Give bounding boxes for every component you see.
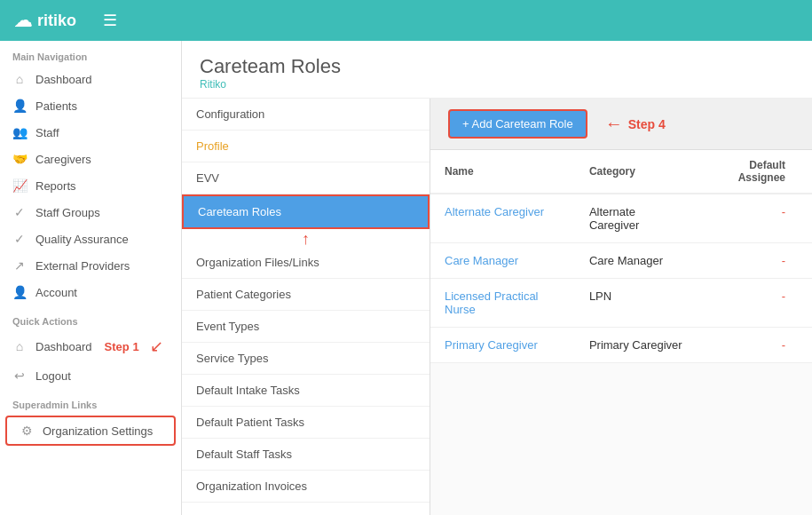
menu-item-configuration[interactable]: Configuration bbox=[182, 99, 430, 131]
role-default-assignee: - bbox=[713, 194, 812, 243]
menu-item-profile[interactable]: Profile bbox=[182, 131, 430, 162]
sidebar-item-quality-assurance[interactable]: ✓ Quality Assurance bbox=[0, 226, 181, 252]
main-layout: Main Navigation ⌂ Dashboard 👤 Patients 👥… bbox=[0, 41, 812, 515]
caregivers-icon: 🤝 bbox=[12, 152, 27, 166]
page-title: Careteam Roles bbox=[200, 55, 794, 78]
logout-icon: ↩ bbox=[12, 368, 27, 383]
step2-arrow-up: ↑ bbox=[302, 230, 310, 249]
role-default-assignee: - bbox=[713, 279, 812, 328]
role-category: LPN bbox=[575, 279, 713, 328]
step4-label: Step 4 bbox=[628, 117, 666, 131]
logo-icon: ☁ bbox=[14, 10, 32, 31]
reports-icon: 📈 bbox=[12, 178, 27, 193]
menu-item-default-staff-tasks[interactable]: Default Staff Tasks bbox=[182, 439, 430, 471]
sidebar-item-label: Quality Assurance bbox=[35, 233, 129, 246]
logo-text: ritiko bbox=[37, 12, 76, 30]
role-name-link[interactable]: Alternate Caregiver bbox=[445, 205, 544, 218]
settings-menu: Configuration Profile EVV Careteam Roles… bbox=[182, 99, 430, 515]
staff-groups-icon: ✓ bbox=[12, 205, 27, 219]
role-name: Licensed PracticalNurse bbox=[430, 279, 575, 328]
content-toolbar: + Add Careteam Role ← Step 4 bbox=[430, 99, 812, 150]
external-icon: ↗ bbox=[12, 258, 27, 273]
main-content: Careteam Roles Ritiko Configuration Prof… bbox=[182, 41, 812, 515]
staff-icon: 👥 bbox=[12, 125, 27, 139]
role-category: Care Manager bbox=[575, 243, 713, 279]
superadmin-label: Superadmin Links bbox=[0, 389, 181, 414]
role-default-assignee: - bbox=[713, 243, 812, 279]
sidebar-item-patients[interactable]: 👤 Patients bbox=[0, 92, 181, 119]
sidebar-item-staff-groups[interactable]: ✓ Staff Groups bbox=[0, 199, 181, 226]
sidebar-item-label: Dashboard bbox=[35, 340, 92, 353]
menu-item-patient-categories[interactable]: Patient Categories bbox=[182, 279, 430, 311]
roles-content: + Add Careteam Role ← Step 4 Name Catego… bbox=[430, 99, 812, 515]
sidebar-item-label: Account bbox=[35, 286, 77, 299]
sidebar-item-reports[interactable]: 📈 Reports bbox=[0, 172, 181, 199]
menu-item-service-types[interactable]: Service Types bbox=[182, 343, 430, 375]
table-row: Licensed PracticalNurse LPN - bbox=[430, 279, 812, 328]
menu-item-careteam-roles[interactable]: Careteam Roles bbox=[182, 194, 430, 229]
sidebar-item-external-providers[interactable]: ↗ External Providers bbox=[0, 252, 181, 279]
table-row: Alternate Caregiver AlternateCaregiver - bbox=[430, 194, 812, 243]
step1-label: Step 1 bbox=[105, 340, 139, 353]
menu-item-default-intake-tasks[interactable]: Default Intake Tasks bbox=[182, 375, 430, 407]
add-careteam-role-button[interactable]: + Add Careteam Role bbox=[448, 109, 587, 139]
step4-arrow-icon: ← bbox=[605, 114, 623, 134]
role-name: Care Manager bbox=[430, 243, 575, 279]
roles-table: Name Category DefaultAssignee Alternate … bbox=[430, 150, 812, 363]
menu-item-evv[interactable]: EVV bbox=[182, 162, 430, 194]
sidebar-item-org-settings[interactable]: ⚙ Organization Settings bbox=[5, 416, 176, 446]
role-name-link[interactable]: Licensed PracticalNurse bbox=[445, 289, 539, 316]
dash-icon: - bbox=[782, 338, 785, 352]
sidebar-item-label: Dashboard bbox=[35, 73, 92, 86]
sidebar-item-label: Staff bbox=[35, 126, 59, 139]
org-settings-icon: ⚙ bbox=[20, 424, 34, 438]
hamburger-icon[interactable]: ☰ bbox=[103, 11, 117, 30]
sidebar-item-label: Reports bbox=[35, 179, 76, 193]
col-default-assignee: DefaultAssignee bbox=[713, 150, 812, 194]
sidebar-item-account[interactable]: 👤 Account bbox=[0, 279, 181, 305]
step4-annotation: ← Step 4 bbox=[605, 114, 666, 134]
sidebar: Main Navigation ⌂ Dashboard 👤 Patients 👥… bbox=[0, 41, 182, 515]
app-header: ☁ ritiko ☰ bbox=[0, 0, 812, 41]
col-name: Name bbox=[430, 150, 575, 194]
sidebar-item-label: Caregivers bbox=[35, 153, 91, 166]
sidebar-item-quick-dashboard[interactable]: ⌂ Dashboard Step 1 ↙ bbox=[0, 330, 181, 362]
role-default-assignee: - bbox=[713, 328, 812, 363]
sidebar-item-dashboard[interactable]: ⌂ Dashboard bbox=[0, 66, 181, 92]
menu-item-org-files[interactable]: Organization Files/Links bbox=[182, 247, 430, 279]
sidebar-item-label: Organization Settings bbox=[43, 424, 153, 438]
dash-icon: - bbox=[782, 205, 785, 218]
table-row: Care Manager Care Manager - bbox=[430, 243, 812, 279]
menu-item-default-patient-tasks[interactable]: Default Patient Tasks bbox=[182, 407, 430, 439]
sidebar-item-logout[interactable]: ↩ Logout bbox=[0, 362, 181, 389]
qa-icon: ✓ bbox=[12, 232, 27, 246]
role-name: Primary Caregiver bbox=[430, 328, 575, 363]
patients-icon: 👤 bbox=[12, 99, 27, 113]
quick-actions-label: Quick Actions bbox=[0, 305, 181, 330]
role-name: Alternate Caregiver bbox=[430, 194, 575, 243]
menu-item-org-invoices[interactable]: Organization Invoices bbox=[182, 471, 430, 503]
sidebar-item-label: Logout bbox=[35, 369, 71, 383]
app-logo: ☁ ritiko bbox=[14, 10, 76, 31]
home-icon: ⌂ bbox=[12, 72, 27, 86]
role-category: AlternateCaregiver bbox=[575, 194, 713, 243]
sidebar-item-label: Patients bbox=[35, 99, 77, 113]
sidebar-item-staff[interactable]: 👥 Staff bbox=[0, 119, 181, 146]
quick-home-icon: ⌂ bbox=[12, 339, 27, 353]
role-name-link[interactable]: Primary Caregiver bbox=[445, 338, 538, 352]
dash-icon: - bbox=[782, 254, 785, 267]
account-icon: 👤 bbox=[12, 285, 27, 299]
page-subtitle: Ritiko bbox=[200, 78, 794, 91]
role-name-link[interactable]: Care Manager bbox=[445, 254, 518, 267]
main-body: Configuration Profile EVV Careteam Roles… bbox=[182, 99, 812, 515]
menu-item-careteam-wrapper: Careteam Roles ↑ Step 2 bbox=[182, 194, 430, 229]
table-row: Primary Caregiver Primary Caregiver - bbox=[430, 328, 812, 363]
col-category: Category bbox=[575, 150, 713, 194]
dash-icon: - bbox=[782, 289, 785, 303]
sidebar-item-label: External Providers bbox=[35, 259, 130, 273]
menu-item-event-types[interactable]: Event Types bbox=[182, 311, 430, 343]
main-nav-label: Main Navigation bbox=[0, 41, 181, 66]
page-header: Careteam Roles Ritiko bbox=[182, 41, 812, 99]
sidebar-item-label: Staff Groups bbox=[35, 206, 100, 219]
sidebar-item-caregivers[interactable]: 🤝 Caregivers bbox=[0, 146, 181, 172]
